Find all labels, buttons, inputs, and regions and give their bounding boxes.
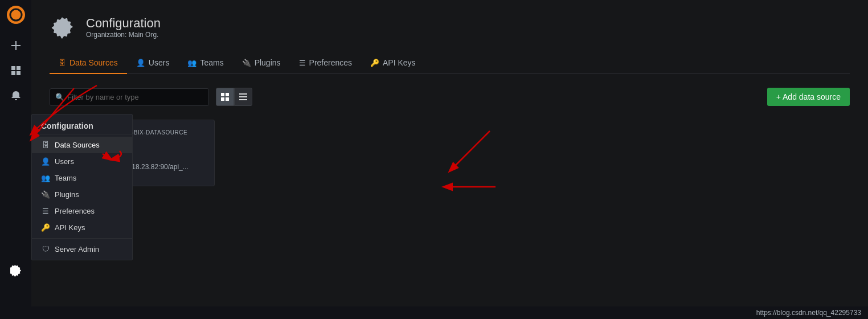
search-input[interactable] [50, 88, 209, 106]
menu-item-apikeys[interactable]: 🔑 API Keys [32, 219, 132, 236]
url-bar: https://blog.csdn.net/qq_42295733 [0, 306, 868, 319]
tab-preferences-icon: ☰ [299, 59, 306, 67]
teams-menu-icon: 👥 [41, 174, 50, 182]
tab-teams-label: Teams [200, 58, 223, 67]
page-header: Configuration Organization: Main Org. [50, 14, 850, 41]
plugins-menu-icon: 🔌 [41, 190, 50, 199]
config-dropdown: Configuration 🗄 Data Sources 👤 Users 👥 T… [31, 114, 133, 260]
menu-preferences-label: Preferences [55, 207, 95, 215]
tab-plugins-icon: 🔌 [242, 59, 251, 67]
sidebar-alerts-icon[interactable] [5, 84, 27, 107]
toolbar: 🔍 + Add data source [50, 88, 850, 106]
svg-rect-14 [239, 96, 247, 97]
menu-apikeys-label: API Keys [55, 223, 85, 232]
tab-plugins[interactable]: 🔌 Plugins [233, 52, 290, 74]
add-datasource-button[interactable]: + Add data source [767, 88, 850, 106]
tab-preferences[interactable]: ☰ Preferences [290, 52, 361, 74]
tab-teams-icon: 👥 [187, 59, 196, 67]
menu-item-plugins[interactable]: 🔌 Plugins [32, 186, 132, 203]
view-toggle [216, 88, 252, 106]
svg-rect-11 [221, 97, 224, 101]
preferences-menu-icon: ☰ [41, 207, 50, 215]
svg-rect-15 [239, 99, 247, 100]
tab-users[interactable]: 👤 Users [127, 52, 179, 74]
search-wrap: 🔍 [50, 88, 209, 106]
svg-rect-10 [226, 93, 229, 96]
tab-datasources[interactable]: 🗄 Data Sources [50, 52, 127, 74]
svg-rect-6 [17, 66, 21, 70]
menu-serveradmin-label: Server Admin [55, 245, 99, 253]
svg-rect-5 [11, 66, 15, 70]
tab-plugins-label: Plugins [255, 58, 281, 67]
svg-rect-4 [11, 45, 21, 46]
svg-rect-13 [239, 93, 247, 95]
users-menu-icon: 👤 [41, 157, 50, 166]
sidebar-narrow [0, 0, 31, 319]
sidebar-dashboard-icon[interactable] [5, 59, 27, 82]
menu-teams-label: Teams [55, 174, 76, 182]
list-view-button[interactable] [234, 88, 252, 106]
tab-users-icon: 👤 [136, 59, 145, 67]
tab-datasources-icon: 🗄 [59, 59, 66, 67]
tab-apikeys-icon: 🔑 [370, 59, 379, 67]
svg-rect-12 [226, 97, 229, 101]
url-text: https://blog.csdn.net/qq_42295733 [756, 309, 861, 317]
tabs-bar: 🗄 Data Sources 👤 Users 👥 Teams 🔌 Plugins… [50, 52, 850, 74]
page-header-icon [50, 14, 77, 41]
sidebar-config-icon[interactable] [5, 260, 27, 283]
grid-view-button[interactable] [216, 88, 234, 106]
main-content: Configuration Organization: Main Org. 🗄 … [31, 0, 868, 319]
menu-item-users[interactable]: 👤 Users [32, 153, 132, 170]
page-title: Configuration [86, 16, 161, 31]
apikeys-menu-icon: 🔑 [41, 223, 50, 232]
tab-users-label: Users [149, 58, 170, 67]
sidebar-add-icon[interactable] [5, 34, 27, 57]
menu-item-serveradmin[interactable]: 🛡 Server Admin [32, 241, 132, 257]
menu-plugins-label: Plugins [55, 190, 79, 199]
menu-item-datasources[interactable]: 🗄 Data Sources [32, 137, 132, 153]
page-subtitle: Organization: Main Org. [86, 31, 161, 39]
menu-item-teams[interactable]: 👥 Teams [32, 170, 132, 186]
tab-apikeys[interactable]: 🔑 API Keys [361, 52, 425, 74]
cards-grid: ALEXANDERZOBNIN-ZABBIX-DATASOURCE Z zabb… [50, 120, 850, 186]
menu-users-label: Users [55, 157, 74, 166]
search-icon: 🔍 [55, 93, 64, 101]
dropdown-divider [32, 238, 132, 239]
tab-teams[interactable]: 👥 Teams [178, 52, 232, 74]
tab-preferences-label: Preferences [309, 58, 352, 67]
dropdown-header: Configuration [32, 117, 132, 134]
menu-item-preferences[interactable]: ☰ Preferences [32, 203, 132, 219]
tab-apikeys-label: API Keys [383, 58, 416, 67]
app-logo[interactable] [6, 5, 26, 25]
title-group: Configuration Organization: Main Org. [86, 16, 161, 39]
menu-datasources-label: Data Sources [55, 141, 100, 149]
svg-rect-8 [17, 71, 21, 75]
tab-datasources-label: Data Sources [69, 58, 118, 67]
svg-point-2 [13, 12, 19, 18]
svg-rect-9 [221, 93, 224, 96]
serveradmin-menu-icon: 🛡 [41, 245, 50, 253]
datasources-menu-icon: 🗄 [41, 141, 50, 149]
svg-rect-7 [11, 71, 15, 75]
